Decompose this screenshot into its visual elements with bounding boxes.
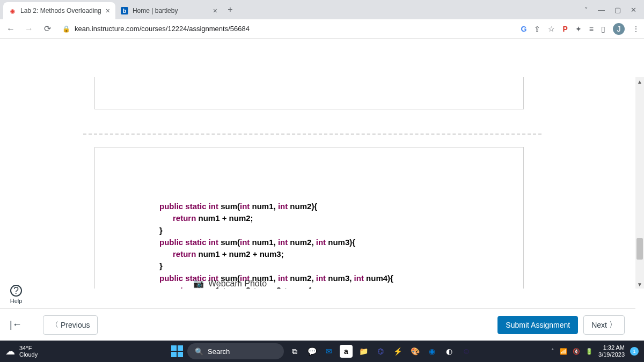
chevron-down-icon[interactable]: ˅ <box>584 6 588 14</box>
windows-taskbar: ☁ 34°F Cloudy 🔍 Search ⧉ 💬 ✉ a 📁 ⌬ ⚡ 🎨 ◉… <box>0 341 644 362</box>
browser-tab-strip: ◉ Lab 2: Methods Overloading × b Home | … <box>0 0 644 19</box>
maximize-icon[interactable]: ▢ <box>614 6 621 14</box>
code-card: public static int sum(int num1, int num2… <box>94 147 524 289</box>
eclipse-icon[interactable]: ⊜ <box>460 345 473 358</box>
sidebar-item-help[interactable]: ? Help <box>10 285 23 304</box>
reading-list-icon[interactable]: ≡ <box>589 25 594 33</box>
reload-button[interactable]: ⟳ <box>41 23 54 35</box>
help-icon: ? <box>10 285 22 297</box>
scroll-up-icon[interactable]: ▲ <box>635 77 644 86</box>
collapse-sidebar-icon[interactable]: |← <box>10 319 22 330</box>
panda-ext-icon[interactable]: P <box>562 25 567 33</box>
tab-title: Lab 2: Methods Overloading <box>20 7 101 14</box>
lightning-icon[interactable]: ⚡ <box>391 345 404 358</box>
url-text: kean.instructure.com/courses/12224/assig… <box>75 25 250 33</box>
tab-title: Home | bartleby <box>133 7 178 14</box>
new-tab-button[interactable]: + <box>223 2 238 17</box>
chevron-left-icon: 〈 <box>51 320 58 330</box>
lock-icon: 🔒 <box>62 25 70 33</box>
vertical-scrollbar[interactable]: ▲ ▼ <box>635 77 644 289</box>
next-button[interactable]: Next 〉 <box>583 315 625 335</box>
taskbar-search[interactable]: 🔍 Search <box>187 343 284 359</box>
cloud-icon: ☁ <box>5 345 15 357</box>
chevron-right-icon: 〉 <box>609 320 617 330</box>
notification-badge[interactable]: 1 <box>630 347 639 356</box>
tray-chevron-icon[interactable]: ˄ <box>551 348 554 355</box>
minimize-icon[interactable]: — <box>598 6 605 14</box>
edge-icon[interactable]: ◉ <box>426 345 438 358</box>
volume-icon[interactable]: 🔇 <box>573 348 580 355</box>
scroll-down-icon[interactable]: ▼ <box>635 280 644 289</box>
favicon-canvas: ◉ <box>9 7 16 14</box>
puzzle-icon[interactable]: ✦ <box>575 25 582 33</box>
wifi-icon[interactable]: 📶 <box>560 348 567 355</box>
mail-icon[interactable]: ✉ <box>323 345 335 358</box>
extension-icons: G ⇪ ☆ P ✦ ≡ ▯ J ⋮ <box>521 23 640 35</box>
paint-icon[interactable]: 🎨 <box>408 345 421 358</box>
discord-icon[interactable]: ⌬ <box>374 345 387 358</box>
kebab-menu-icon[interactable]: ⋮ <box>632 25 640 33</box>
previous-content-card <box>94 77 524 109</box>
tab-canvas[interactable]: ◉ Lab 2: Methods Overloading × <box>3 2 115 19</box>
share-icon[interactable]: ⇪ <box>534 25 540 33</box>
canvas-sidebar: ? Help <box>0 280 32 308</box>
assignment-nav-bar: |← 〈 Previous Submit Assignment Next 〉 <box>0 308 635 341</box>
section-separator <box>83 134 541 135</box>
weather-condition: Cloudy <box>19 351 38 358</box>
weather-widget[interactable]: ☁ 34°F Cloudy <box>5 345 38 358</box>
clock[interactable]: 1:32 AM 3/19/2023 <box>598 344 625 358</box>
webcam-photo-option[interactable]: 📷 Webcam Photo <box>193 278 267 289</box>
window-controls: ˅ — ▢ ✕ <box>584 6 641 14</box>
side-panel-icon[interactable]: ▯ <box>601 25 605 33</box>
taskbar-center: 🔍 Search ⧉ 💬 ✉ a 📁 ⌬ ⚡ 🎨 ◉ ◐ ⊜ <box>171 343 473 359</box>
close-window-icon[interactable]: ✕ <box>631 6 636 14</box>
code-block: public static int sum(int num1, int num2… <box>159 201 502 289</box>
address-bar: ← → ⟳ 🔒 kean.instructure.com/courses/122… <box>0 19 644 39</box>
sidebar-item-label: Help <box>10 298 23 304</box>
close-icon[interactable]: × <box>213 6 217 15</box>
system-tray: ˄ 📶 🔇 🔋 1:32 AM 3/19/2023 1 <box>551 344 639 358</box>
search-placeholder: Search <box>208 348 230 356</box>
camera-icon: 📷 <box>193 278 204 289</box>
file-explorer-icon[interactable]: 📁 <box>357 345 370 358</box>
temperature: 34°F <box>19 345 38 351</box>
scroll-thumb[interactable] <box>636 238 643 260</box>
google-icon[interactable]: G <box>521 25 527 33</box>
webcam-label: Webcam Photo <box>208 279 267 289</box>
star-icon[interactable]: ☆ <box>548 25 555 33</box>
assignment-content: public static int sum(int num1, int num2… <box>0 77 644 289</box>
battery-icon[interactable]: 🔋 <box>586 348 593 355</box>
task-view-icon[interactable]: ⧉ <box>288 345 301 358</box>
search-icon: 🔍 <box>195 348 203 356</box>
page-viewport: public static int sum(int num1, int num2… <box>0 39 644 341</box>
submit-assignment-button[interactable]: Submit Assignment <box>497 316 578 334</box>
close-icon[interactable]: × <box>106 6 110 15</box>
tab-bartleby[interactable]: b Home | bartleby × <box>115 2 223 19</box>
url-field[interactable]: 🔒 kean.instructure.com/courses/12224/ass… <box>59 25 516 33</box>
chrome-icon[interactable]: ◐ <box>443 345 456 358</box>
back-button[interactable]: ← <box>4 23 17 35</box>
chat-icon[interactable]: 💬 <box>305 345 318 358</box>
start-button[interactable] <box>171 345 183 357</box>
app-icon-a[interactable]: a <box>340 345 353 358</box>
forward-button[interactable]: → <box>23 23 35 35</box>
favicon-bartleby: b <box>121 7 128 14</box>
profile-avatar[interactable]: J <box>613 23 625 35</box>
previous-button[interactable]: 〈 Previous <box>43 315 98 335</box>
